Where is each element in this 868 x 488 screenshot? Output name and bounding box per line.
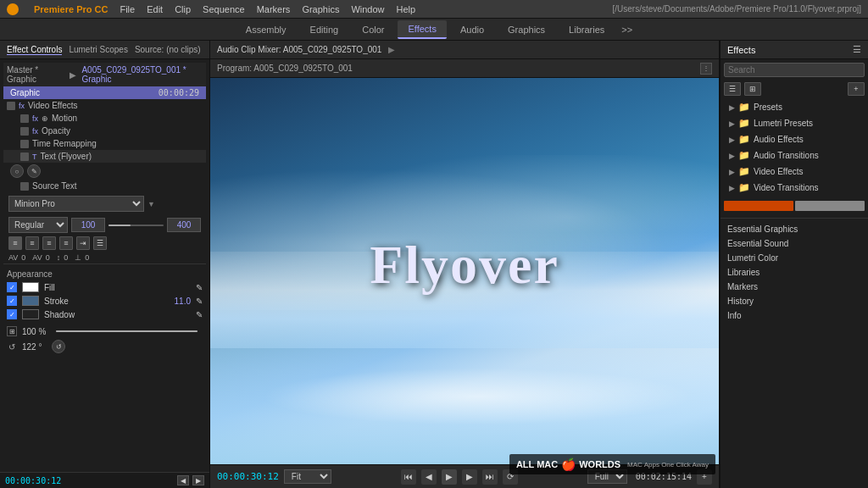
align-left-btn[interactable]: ≡ (8, 236, 22, 250)
panel-tabs: Effect Controls Lumetri Scopes Source: (… (7, 45, 201, 55)
effect-controls-tab[interactable]: Effect Controls (7, 45, 62, 55)
play-pause-btn[interactable]: ▶ (442, 469, 457, 485)
watermark-tagline: MAC Apps One Click Away (627, 461, 709, 469)
video-effects-item[interactable]: ▶ 📁 Video Effects (726, 164, 863, 180)
lumetri-presets-label: Lumetri Presets (754, 119, 813, 128)
menu-help[interactable]: Help (397, 4, 416, 14)
source-text-toggle[interactable] (20, 182, 29, 191)
list-btn[interactable]: ☰ (93, 236, 107, 250)
menu-sequence[interactable]: Sequence (203, 4, 245, 14)
tab-color[interactable]: Color (352, 21, 394, 38)
lumetri-presets-item[interactable]: ▶ 📁 Lumetri Presets (726, 115, 863, 131)
shadow-checkbox[interactable] (7, 309, 17, 319)
tab-editing[interactable]: Editing (300, 21, 349, 38)
shadow-pencil[interactable]: ✎ (196, 310, 203, 319)
essential-graphics-item[interactable]: Essential Graphics (721, 222, 868, 236)
stroke-val: 11.0 (175, 297, 191, 306)
fill-checkbox[interactable] (7, 282, 17, 292)
time-remapping-row[interactable]: Time Remapping (3, 137, 206, 150)
menu-file[interactable]: File (120, 4, 135, 14)
shadow-swatch[interactable] (22, 309, 39, 319)
fill-pencil[interactable]: ✎ (196, 283, 203, 292)
font-dropdown-icon[interactable]: ▼ (147, 200, 155, 208)
font-size-input[interactable] (71, 218, 105, 232)
scale-slider[interactable] (56, 330, 198, 332)
lumetri-color-item[interactable]: Lumetri Color (721, 251, 868, 265)
text-flyover-row[interactable]: T Text (Flyover) (3, 150, 206, 163)
essential-sound-item[interactable]: Essential Sound (721, 236, 868, 251)
graphic-label: Graphic (10, 88, 40, 97)
font-select[interactable]: Minion Pro (8, 196, 144, 212)
effects-new-btn[interactable]: + (848, 82, 865, 96)
video-effects-toggle[interactable] (7, 102, 15, 110)
effects-toolbar: ☰ ⊞ + (721, 80, 868, 97)
font-size-slider[interactable] (108, 225, 164, 226)
menu-markers[interactable]: Markers (257, 4, 291, 14)
tab-assembly[interactable]: Assembly (236, 21, 297, 38)
audio-effects-item[interactable]: ▶ 📁 Audio Effects (726, 131, 863, 147)
appearance-section: Appearance Fill ✎ Stroke 11.0 ✎ (3, 263, 206, 324)
stroke-checkbox[interactable] (7, 296, 17, 306)
tab-btn[interactable]: ⇥ (76, 236, 90, 250)
rotation-reset-btn[interactable]: ↺ (52, 340, 65, 353)
tracking-input[interactable] (167, 218, 201, 232)
fit-select[interactable]: Fit 25% 50% 100% (284, 469, 331, 484)
libraries-item[interactable]: Libraries (721, 265, 868, 280)
fill-swatch[interactable] (22, 282, 39, 292)
stroke-swatch[interactable] (22, 296, 39, 306)
markers-item[interactable]: Markers (721, 280, 868, 294)
align-right-btn[interactable]: ≡ (42, 236, 56, 250)
clip-mixer-header: Audio Clip Mixer: A005_C029_0925TO_001 ▶ (210, 41, 719, 59)
clip-mixer-arrow[interactable]: ▶ (388, 45, 395, 54)
opacity-toggle[interactable] (20, 127, 29, 136)
menu-graphics[interactable]: Graphics (302, 4, 339, 14)
text-tool-circle[interactable]: ○ (10, 164, 24, 178)
lumetri-scopes-tab[interactable]: Lumetri Scopes (69, 45, 127, 55)
effects-grid-btn[interactable]: ⊞ (744, 82, 761, 96)
align-center-btn[interactable]: ≡ (25, 236, 39, 250)
menu-edit[interactable]: Edit (147, 4, 163, 14)
ocean-background: Flyover (210, 78, 719, 464)
rotation-val: 122 ° (22, 342, 42, 352)
text-tool-pen[interactable]: ✎ (27, 164, 41, 178)
video-effects-section[interactable]: fx Video Effects (3, 99, 206, 112)
step-back-btn[interactable]: ◀ (421, 469, 437, 485)
source-text-row[interactable]: Source Text (3, 180, 206, 192)
tab-libraries[interactable]: Libraries (559, 21, 615, 38)
swatch-red[interactable] (724, 201, 793, 211)
align-justify-btn[interactable]: ≡ (59, 236, 73, 250)
tab-more[interactable]: >> (621, 25, 632, 35)
motion-row[interactable]: fx ⊕ Motion (3, 112, 206, 125)
workspace-tab-bar: Assembly Editing Color Effects Audio Gra… (0, 19, 868, 41)
effects-view-btn[interactable]: ☰ (724, 82, 741, 96)
stroke-pencil[interactable]: ✎ (196, 297, 203, 306)
tab-effects[interactable]: Effects (398, 20, 446, 39)
tab-audio[interactable]: Audio (450, 21, 494, 38)
source-tab[interactable]: Source: (no clips) (135, 45, 201, 55)
ec-next-btn[interactable]: ▶ (192, 475, 204, 485)
text-toggle[interactable] (20, 152, 29, 161)
ec-prev-btn[interactable]: ◀ (177, 475, 189, 485)
time-remapping-toggle[interactable] (20, 140, 29, 148)
go-to-start-btn[interactable]: ⏮ (401, 469, 416, 485)
effects-search-input[interactable] (724, 63, 865, 77)
style-select[interactable]: Regular (8, 217, 68, 233)
menu-window[interactable]: Window (351, 4, 384, 14)
history-label: History (727, 297, 754, 306)
program-settings-btn[interactable]: ⋮ (700, 63, 712, 75)
menu-clip[interactable]: Clip (175, 4, 191, 14)
swatch-gray[interactable] (795, 201, 865, 211)
step-forward-btn[interactable]: ▶ (462, 469, 477, 485)
info-item[interactable]: Info (721, 308, 868, 323)
go-to-end-btn[interactable]: ⏭ (482, 469, 498, 485)
presets-item[interactable]: ▶ 📁 Presets (726, 99, 863, 115)
video-transitions-item[interactable]: ▶ 📁 Video Transitions (726, 180, 863, 196)
audio-transitions-item[interactable]: ▶ 📁 Audio Transitions (726, 147, 863, 164)
tab-graphics[interactable]: Graphics (498, 21, 555, 38)
motion-toggle[interactable] (20, 114, 29, 123)
presets-arrow: ▶ (729, 103, 735, 112)
history-item[interactable]: History (721, 294, 868, 308)
opacity-row[interactable]: fx Opacity (3, 125, 206, 137)
effects-menu-btn[interactable]: ☰ (853, 44, 861, 55)
graphic-timecode: 00:00:29 (159, 88, 199, 97)
